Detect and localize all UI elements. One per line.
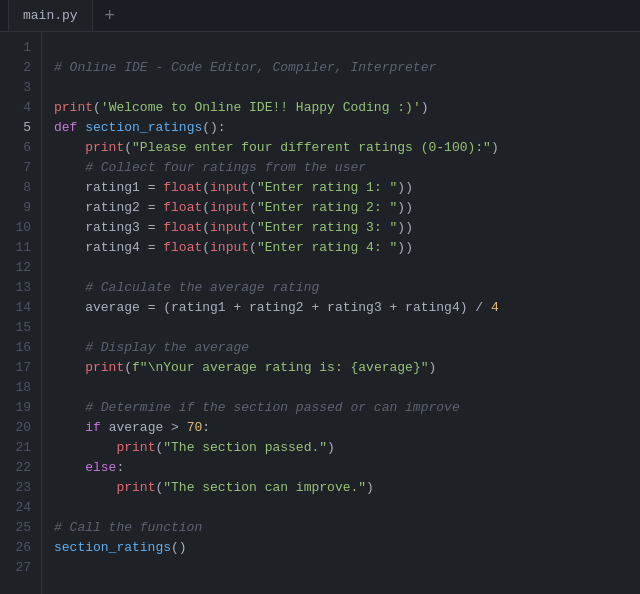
line-num-20: 20: [0, 418, 41, 438]
tab-label: main.py: [23, 8, 78, 23]
line-num-12: 12: [0, 258, 41, 278]
line-num-23: 23: [0, 478, 41, 498]
code-line-7: # Collect four ratings from the user: [54, 158, 640, 178]
code-line-19: # Determine if the section passed or can…: [54, 398, 640, 418]
line-num-14: 14: [0, 298, 41, 318]
line-num-5: 5: [0, 118, 41, 138]
line-num-18: 18: [0, 378, 41, 398]
code-content[interactable]: # Online IDE - Code Editor, Compiler, In…: [42, 32, 640, 594]
code-line-2: # Online IDE - Code Editor, Compiler, In…: [54, 58, 640, 78]
code-line-13: # Calculate the average rating: [54, 278, 640, 298]
code-line-10: rating3 = float(input("Enter rating 3: "…: [54, 218, 640, 238]
tab-main-py[interactable]: main.py: [8, 0, 93, 31]
line-num-26: 26: [0, 538, 41, 558]
code-line-15: [54, 318, 640, 338]
code-line-6: print("Please enter four different ratin…: [54, 138, 640, 158]
code-line-14: average = (rating1 + rating2 + rating3 +…: [54, 298, 640, 318]
line-num-7: 7: [0, 158, 41, 178]
line-numbers: 1 2 3 4 5 6 7 8 9 10 11 12 13 14 15 16 1…: [0, 32, 42, 594]
line-num-3: 3: [0, 78, 41, 98]
code-line-20: if average > 70:: [54, 418, 640, 438]
tab-bar: main.py +: [0, 0, 640, 32]
line-num-6: 6: [0, 138, 41, 158]
line-num-22: 22: [0, 458, 41, 478]
code-line-27: [54, 558, 640, 578]
code-line-8: rating1 = float(input("Enter rating 1: "…: [54, 178, 640, 198]
code-line-11: rating4 = float(input("Enter rating 4: "…: [54, 238, 640, 258]
line-num-13: 13: [0, 278, 41, 298]
line-num-17: 17: [0, 358, 41, 378]
code-line-18: [54, 378, 640, 398]
code-line-12: [54, 258, 640, 278]
code-line-16: # Display the average: [54, 338, 640, 358]
line-num-10: 10: [0, 218, 41, 238]
line-num-11: 11: [0, 238, 41, 258]
line-num-16: 16: [0, 338, 41, 358]
plus-icon: +: [104, 6, 115, 26]
code-line-25: # Call the function: [54, 518, 640, 538]
line-num-1: 1: [0, 38, 41, 58]
code-line-3: [54, 78, 640, 98]
line-num-25: 25: [0, 518, 41, 538]
editor-area: 1 2 3 4 5 6 7 8 9 10 11 12 13 14 15 16 1…: [0, 32, 640, 594]
code-line-26: section_ratings(): [54, 538, 640, 558]
code-line-5: def section_ratings():: [54, 118, 640, 138]
code-line-23: print("The section can improve."): [54, 478, 640, 498]
line-num-8: 8: [0, 178, 41, 198]
line-num-27: 27: [0, 558, 41, 578]
code-line-21: print("The section passed."): [54, 438, 640, 458]
code-line-24: [54, 498, 640, 518]
line-num-24: 24: [0, 498, 41, 518]
code-line-4: print('Welcome to Online IDE!! Happy Cod…: [54, 98, 640, 118]
code-line-22: else:: [54, 458, 640, 478]
new-tab-button[interactable]: +: [97, 3, 123, 29]
code-line-9: rating2 = float(input("Enter rating 2: "…: [54, 198, 640, 218]
line-num-4: 4: [0, 98, 41, 118]
line-num-15: 15: [0, 318, 41, 338]
code-line-17: print(f"\nYour average rating is: {avera…: [54, 358, 640, 378]
line-num-9: 9: [0, 198, 41, 218]
line-num-19: 19: [0, 398, 41, 418]
line-num-21: 21: [0, 438, 41, 458]
line-num-2: 2: [0, 58, 41, 78]
code-line-1: [54, 38, 640, 58]
